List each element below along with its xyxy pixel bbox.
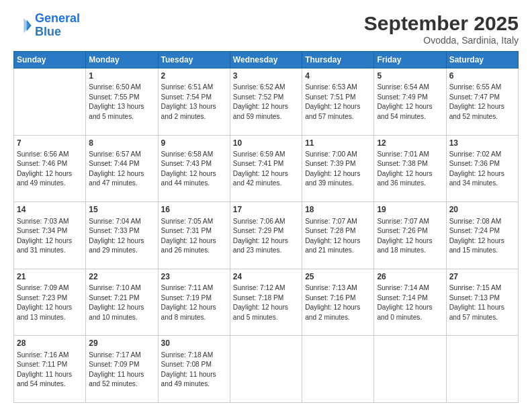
table-row: [14, 68, 86, 136]
day-number: 9: [161, 138, 227, 149]
week-row-4: 21Sunrise: 7:09 AM Sunset: 7:23 PM Dayli…: [14, 269, 519, 336]
calendar-table: Sunday Monday Tuesday Wednesday Thursday…: [13, 51, 519, 403]
day-number: 21: [17, 271, 83, 283]
day-number: 24: [233, 271, 299, 283]
logo-icon: [13, 16, 32, 35]
day-number: 27: [449, 271, 515, 283]
table-row: 9Sunrise: 6:58 AM Sunset: 7:43 PM Daylig…: [158, 135, 230, 202]
day-info: Sunrise: 7:16 AM Sunset: 7:11 PM Dayligh…: [17, 351, 83, 390]
col-monday: Monday: [86, 52, 158, 68]
day-info: Sunrise: 6:55 AM Sunset: 7:47 PM Dayligh…: [449, 83, 515, 122]
table-row: 21Sunrise: 7:09 AM Sunset: 7:23 PM Dayli…: [14, 269, 86, 336]
logo-text: General Blue: [35, 12, 80, 39]
day-info: Sunrise: 7:09 AM Sunset: 7:23 PM Dayligh…: [17, 283, 83, 322]
day-info: Sunrise: 7:11 AM Sunset: 7:19 PM Dayligh…: [161, 283, 227, 322]
logo: General Blue: [13, 12, 80, 39]
table-row: 5Sunrise: 6:54 AM Sunset: 7:49 PM Daylig…: [374, 68, 446, 136]
day-number: 12: [377, 138, 443, 149]
table-row: 11Sunrise: 7:00 AM Sunset: 7:39 PM Dayli…: [302, 135, 374, 202]
day-number: 26: [377, 271, 443, 283]
col-saturday: Saturday: [446, 52, 518, 68]
day-info: Sunrise: 7:13 AM Sunset: 7:16 PM Dayligh…: [305, 283, 371, 322]
table-row: 8Sunrise: 6:57 AM Sunset: 7:44 PM Daylig…: [86, 135, 158, 202]
day-number: 29: [89, 338, 154, 349]
table-row: 4Sunrise: 6:53 AM Sunset: 7:51 PM Daylig…: [302, 68, 374, 136]
table-row: 16Sunrise: 7:05 AM Sunset: 7:31 PM Dayli…: [158, 202, 230, 269]
day-number: 6: [449, 71, 515, 82]
day-info: Sunrise: 7:07 AM Sunset: 7:26 PM Dayligh…: [377, 217, 443, 256]
location: Ovodda, Sardinia, Italy: [364, 35, 519, 46]
day-info: Sunrise: 7:03 AM Sunset: 7:34 PM Dayligh…: [17, 217, 83, 256]
day-info: Sunrise: 6:53 AM Sunset: 7:51 PM Dayligh…: [305, 83, 371, 122]
day-number: 16: [161, 204, 227, 216]
day-number: 22: [89, 271, 154, 283]
day-info: Sunrise: 7:02 AM Sunset: 7:36 PM Dayligh…: [449, 150, 515, 189]
table-row: 13Sunrise: 7:02 AM Sunset: 7:36 PM Dayli…: [446, 135, 518, 202]
table-row: 2Sunrise: 6:51 AM Sunset: 7:54 PM Daylig…: [158, 68, 230, 136]
col-friday: Friday: [374, 52, 446, 68]
table-row: 19Sunrise: 7:07 AM Sunset: 7:26 PM Dayli…: [374, 202, 446, 269]
day-number: 20: [449, 204, 515, 216]
table-row: 28Sunrise: 7:16 AM Sunset: 7:11 PM Dayli…: [14, 336, 86, 403]
day-info: Sunrise: 7:08 AM Sunset: 7:24 PM Dayligh…: [449, 217, 515, 256]
table-row: 10Sunrise: 6:59 AM Sunset: 7:41 PM Dayli…: [230, 135, 302, 202]
week-row-2: 7Sunrise: 6:56 AM Sunset: 7:46 PM Daylig…: [14, 135, 519, 202]
col-wednesday: Wednesday: [230, 52, 302, 68]
day-info: Sunrise: 6:58 AM Sunset: 7:43 PM Dayligh…: [161, 150, 227, 189]
day-info: Sunrise: 7:14 AM Sunset: 7:14 PM Dayligh…: [377, 283, 443, 322]
logo-line1: General: [35, 11, 80, 25]
day-info: Sunrise: 7:04 AM Sunset: 7:33 PM Dayligh…: [89, 217, 154, 256]
day-number: 4: [305, 71, 371, 82]
day-info: Sunrise: 6:56 AM Sunset: 7:46 PM Dayligh…: [17, 150, 83, 189]
day-info: Sunrise: 7:17 AM Sunset: 7:09 PM Dayligh…: [89, 351, 154, 390]
table-row: 14Sunrise: 7:03 AM Sunset: 7:34 PM Dayli…: [14, 202, 86, 269]
day-number: 13: [449, 138, 515, 149]
day-number: 11: [305, 138, 371, 149]
week-row-3: 14Sunrise: 7:03 AM Sunset: 7:34 PM Dayli…: [14, 202, 519, 269]
day-info: Sunrise: 6:59 AM Sunset: 7:41 PM Dayligh…: [233, 150, 299, 189]
svg-marker-1: [24, 18, 29, 33]
day-number: 8: [89, 138, 154, 149]
table-row: 29Sunrise: 7:17 AM Sunset: 7:09 PM Dayli…: [86, 336, 158, 403]
col-sunday: Sunday: [14, 52, 86, 68]
table-row: [446, 336, 518, 403]
day-number: 15: [89, 204, 154, 216]
page: General Blue September 2025 Ovodda, Sard…: [0, 0, 532, 411]
day-info: Sunrise: 7:06 AM Sunset: 7:29 PM Dayligh…: [233, 217, 299, 256]
table-row: 26Sunrise: 7:14 AM Sunset: 7:14 PM Dayli…: [374, 269, 446, 336]
table-row: 1Sunrise: 6:50 AM Sunset: 7:55 PM Daylig…: [86, 68, 158, 136]
day-number: 10: [233, 138, 299, 149]
day-info: Sunrise: 6:57 AM Sunset: 7:44 PM Dayligh…: [89, 150, 154, 189]
day-number: 18: [305, 204, 371, 216]
day-info: Sunrise: 7:10 AM Sunset: 7:21 PM Dayligh…: [89, 283, 154, 322]
day-info: Sunrise: 7:01 AM Sunset: 7:38 PM Dayligh…: [377, 150, 443, 189]
week-row-5: 28Sunrise: 7:16 AM Sunset: 7:11 PM Dayli…: [14, 336, 519, 403]
day-number: 28: [17, 338, 83, 349]
logo-line2: Blue: [35, 25, 61, 38]
header-row: Sunday Monday Tuesday Wednesday Thursday…: [14, 52, 519, 68]
day-info: Sunrise: 7:15 AM Sunset: 7:13 PM Dayligh…: [449, 283, 515, 322]
title-block: September 2025 Ovodda, Sardinia, Italy: [364, 12, 519, 46]
day-number: 30: [161, 338, 227, 349]
day-info: Sunrise: 7:07 AM Sunset: 7:28 PM Dayligh…: [305, 217, 371, 256]
day-info: Sunrise: 7:12 AM Sunset: 7:18 PM Dayligh…: [233, 283, 299, 322]
week-row-1: 1Sunrise: 6:50 AM Sunset: 7:55 PM Daylig…: [14, 68, 519, 136]
day-number: 17: [233, 204, 299, 216]
table-row: 25Sunrise: 7:13 AM Sunset: 7:16 PM Dayli…: [302, 269, 374, 336]
day-number: 3: [233, 71, 299, 82]
table-row: [230, 336, 302, 403]
table-row: 27Sunrise: 7:15 AM Sunset: 7:13 PM Dayli…: [446, 269, 518, 336]
day-info: Sunrise: 7:05 AM Sunset: 7:31 PM Dayligh…: [161, 217, 227, 256]
table-row: 30Sunrise: 7:18 AM Sunset: 7:08 PM Dayli…: [158, 336, 230, 403]
day-info: Sunrise: 6:50 AM Sunset: 7:55 PM Dayligh…: [89, 83, 154, 122]
table-row: 6Sunrise: 6:55 AM Sunset: 7:47 PM Daylig…: [446, 68, 518, 136]
table-row: [374, 336, 446, 403]
day-info: Sunrise: 6:51 AM Sunset: 7:54 PM Dayligh…: [161, 83, 227, 122]
col-tuesday: Tuesday: [158, 52, 230, 68]
table-row: 15Sunrise: 7:04 AM Sunset: 7:33 PM Dayli…: [86, 202, 158, 269]
table-row: 7Sunrise: 6:56 AM Sunset: 7:46 PM Daylig…: [14, 135, 86, 202]
table-row: 23Sunrise: 7:11 AM Sunset: 7:19 PM Dayli…: [158, 269, 230, 336]
day-info: Sunrise: 7:00 AM Sunset: 7:39 PM Dayligh…: [305, 150, 371, 189]
day-info: Sunrise: 7:18 AM Sunset: 7:08 PM Dayligh…: [161, 351, 227, 390]
day-number: 19: [377, 204, 443, 216]
